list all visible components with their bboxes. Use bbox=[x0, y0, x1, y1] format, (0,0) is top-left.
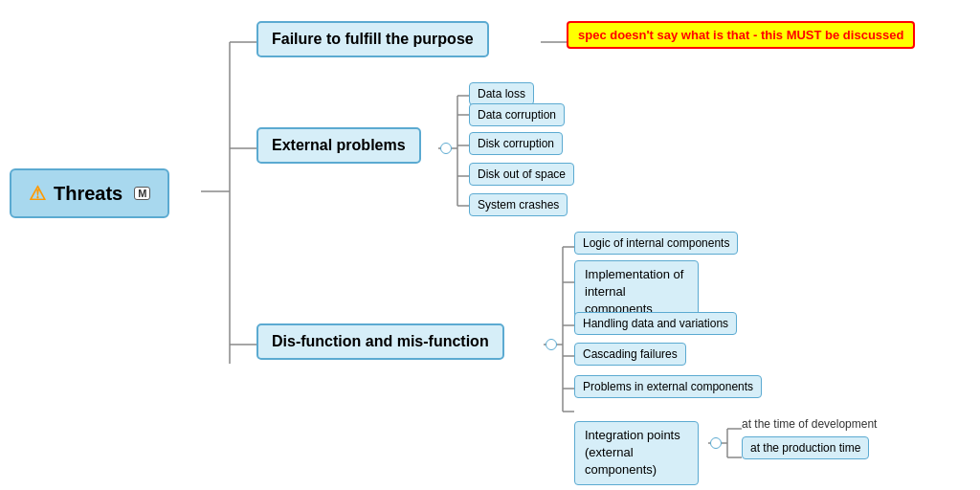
dys-child-0[interactable]: Logic of internal components bbox=[574, 232, 738, 255]
ext-child-4[interactable]: System crashes bbox=[469, 193, 568, 216]
failure-label: Failure to fulfill the purpose bbox=[272, 31, 474, 47]
external-problems-node[interactable]: External problems bbox=[256, 127, 421, 164]
integration-connector bbox=[710, 437, 722, 449]
integration-child-1[interactable]: at the production time bbox=[742, 436, 869, 459]
dysfunction-label: Dis-function and mis-function bbox=[272, 333, 489, 349]
warning-icon: ⚠ bbox=[29, 182, 46, 205]
dysfunction-node[interactable]: Dis-function and mis-function bbox=[256, 323, 504, 360]
dysfunction-connector bbox=[546, 339, 557, 350]
dys-child-2[interactable]: Handling data and variations bbox=[574, 312, 737, 335]
failure-note-node: spec doesn't say what is that - this MUS… bbox=[567, 21, 915, 49]
ext-child-0[interactable]: Data loss bbox=[469, 82, 534, 105]
ext-child-3[interactable]: Disk out of space bbox=[469, 163, 574, 186]
threats-label: Threats bbox=[54, 183, 122, 205]
dys-child-4[interactable]: Problems in external components bbox=[574, 375, 762, 398]
ext-child-1[interactable]: Data corruption bbox=[469, 103, 565, 126]
external-connector bbox=[440, 143, 452, 154]
failure-note-label: spec doesn't say what is that - this MUS… bbox=[578, 28, 903, 42]
failure-node[interactable]: Failure to fulfill the purpose bbox=[256, 21, 489, 57]
external-problems-label: External problems bbox=[272, 137, 406, 153]
ext-child-2[interactable]: Disk corruption bbox=[469, 132, 563, 155]
badge-m: M bbox=[134, 187, 150, 200]
dys-child-3[interactable]: Cascading failures bbox=[574, 343, 686, 366]
integration-child-0: at the time of development bbox=[742, 417, 877, 431]
integration-node[interactable]: Integration points (external components) bbox=[574, 421, 699, 485]
threats-root-node: ⚠ Threats M bbox=[10, 168, 169, 218]
